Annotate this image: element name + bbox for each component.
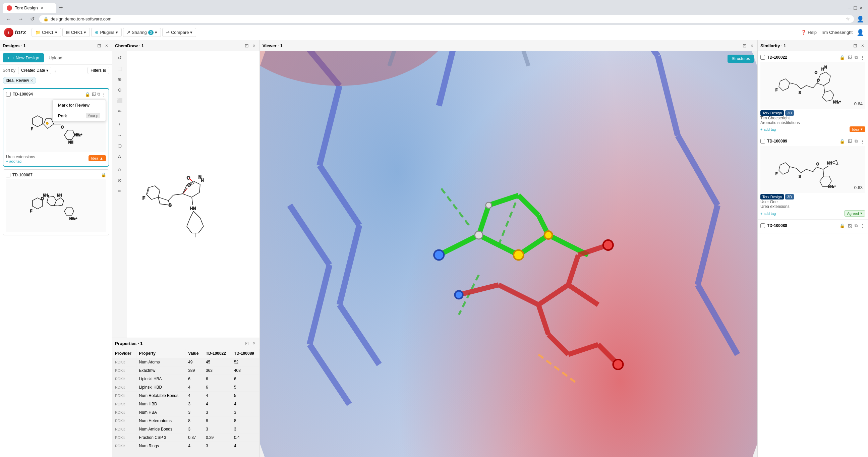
designs-panel-close-btn[interactable]: ×	[104, 42, 109, 49]
sim-checkbox-td100022[interactable]	[761, 55, 765, 60]
sim-img-btn-td100022[interactable]: 🖼	[847, 54, 852, 61]
chk1-folder-btn[interactable]: 📁 CHK1 ▾	[32, 28, 61, 37]
sharing-btn[interactable]: ↗ Sharing 0 ▾	[123, 28, 161, 37]
bookmark-icon[interactable]: ☆	[846, 17, 850, 22]
tool-pencil[interactable]: ✏	[114, 106, 126, 116]
svg-line-175	[829, 176, 832, 181]
window-close-btn[interactable]: ×	[860, 5, 863, 11]
back-btn[interactable]: ←	[4, 16, 13, 23]
idea-badge-td100094[interactable]: Idea ▲	[89, 155, 106, 161]
lock-icon-btn2[interactable]: 🔒	[101, 172, 106, 177]
tool-template[interactable]: ≈	[114, 186, 126, 196]
sim-more-btn-td100022[interactable]: ⋮	[860, 54, 865, 61]
similarity-close-btn[interactable]: ×	[860, 42, 865, 49]
design-name-td100094: Urea extensions	[6, 155, 35, 159]
window-minimize-btn[interactable]: −	[848, 5, 851, 11]
sim-lock-btn-td100088[interactable]: 🔒	[839, 222, 845, 229]
sim-checkbox-td100088[interactable]	[761, 223, 765, 228]
tool-select[interactable]: ⬚	[114, 63, 126, 73]
chemdraw-panel-title: ChemDraw · 1	[115, 43, 242, 48]
viewer-canvas-container[interactable]: Structures	[260, 51, 757, 457]
new-design-btn[interactable]: + + New Design	[3, 53, 44, 62]
tool-ring[interactable]: ⬡	[114, 141, 126, 151]
design-checkbox-td100087[interactable]	[6, 173, 10, 177]
design-checkbox-td100094[interactable]	[6, 92, 11, 97]
sim-checkbox-td100089[interactable]	[761, 139, 765, 144]
svg-point-109	[603, 240, 613, 250]
add-tag-td100094[interactable]: + add tag	[6, 159, 35, 163]
tool-eraser[interactable]: ⬜	[114, 96, 126, 105]
tab-close-btn[interactable]: ×	[40, 5, 43, 11]
mark-for-review-item[interactable]: Mark for Review	[53, 100, 105, 110]
svg-line-26	[155, 186, 160, 190]
tool-zoom-in[interactable]: ⊕	[114, 74, 126, 84]
viewer-pop-btn[interactable]: ⊡	[741, 42, 748, 49]
sim-img-btn-td100088[interactable]: 🖼	[847, 222, 852, 229]
table-row: RDKit Num HBD 3 4 4	[112, 400, 259, 408]
td100089-cell: 0.4	[231, 433, 259, 442]
image-icon-btn[interactable]: 🖼	[92, 92, 96, 97]
chemdraw-close-btn[interactable]: ×	[251, 42, 257, 49]
sort-direction-icon[interactable]: ↓	[54, 68, 56, 73]
address-bar[interactable]: 🔒 design.demo.torx-software.com ☆	[39, 15, 854, 23]
filter-btn[interactable]: Filters ⊟	[88, 67, 109, 74]
upload-btn[interactable]: Upload	[46, 53, 64, 62]
tool-bond[interactable]: /	[114, 119, 126, 129]
svg-text:NH: NH	[57, 193, 62, 197]
value-cell: 0.37	[185, 433, 203, 442]
props-close-btn[interactable]: ×	[251, 340, 257, 347]
chk1-table-btn[interactable]: ⊞ CHK1 ▾	[62, 28, 90, 37]
park-item[interactable]: Park Your p	[53, 110, 105, 121]
new-tab-btn[interactable]: +	[56, 3, 66, 13]
chemdraw-canvas[interactable]: F S	[127, 51, 259, 338]
sim-more-btn-td100089[interactable]: ⋮	[860, 138, 865, 145]
sim-lock-btn-td100089[interactable]: 🔒	[839, 138, 845, 145]
table-icon: ⊞	[66, 30, 70, 35]
more-icon-btn[interactable]: ⋮	[101, 92, 106, 97]
tool-zoom-out[interactable]: ⊖	[114, 85, 126, 95]
help-btn[interactable]: ❓ Help	[801, 30, 817, 35]
sim-copy-btn-td100022[interactable]: ⧉	[854, 54, 858, 61]
lock-icon-btn[interactable]: 🔒	[85, 92, 90, 97]
tool-arrow[interactable]: →	[114, 130, 126, 140]
idea-badge-td100022-sim[interactable]: Idea ▾	[849, 126, 865, 132]
svg-text:F: F	[775, 88, 777, 92]
window-maximize-btn[interactable]: □	[854, 5, 857, 11]
sim-copy-btn-td100089[interactable]: ⧉	[854, 138, 858, 145]
tool-target[interactable]: ⊙	[114, 175, 126, 185]
reload-btn[interactable]: ↺	[28, 15, 36, 23]
td100022-cell: 3	[203, 442, 231, 450]
user-avatar-icon[interactable]: 👤	[857, 29, 864, 36]
plugins-btn[interactable]: ⊕ Plugins ▾	[91, 28, 122, 37]
torx-design-badge-td100089: Torx Design	[761, 194, 784, 200]
tool-lasso[interactable]: ↺	[114, 53, 126, 63]
compare-btn[interactable]: ⇌ Compare ▾	[162, 28, 196, 37]
tool-text-a[interactable]: A	[114, 152, 126, 162]
tool-chain[interactable]: ⎔	[114, 164, 126, 175]
forward-btn[interactable]: →	[16, 16, 26, 23]
chemdraw-pop-btn[interactable]: ⊡	[243, 42, 250, 49]
sim-add-tag-td100089[interactable]: + add tag	[761, 212, 776, 216]
sim-lock-btn-td100022[interactable]: 🔒	[839, 54, 845, 61]
sort-select[interactable]: Created Date ▾	[18, 67, 51, 74]
sim-more-btn-td100088[interactable]: ⋮	[860, 222, 865, 229]
viewer-close-btn[interactable]: ×	[749, 42, 755, 49]
svg-point-111	[434, 250, 444, 260]
tag-filter-close[interactable]: ×	[30, 78, 33, 83]
structures-btn[interactable]: Structures	[727, 55, 754, 63]
designs-panel-pop-btn[interactable]: ⊡	[96, 42, 102, 49]
folder-icon: 📁	[35, 30, 40, 35]
agreed-badge-td100089[interactable]: Agreed ▾	[844, 210, 865, 217]
table-row: RDKit Num HBA 3 3 3	[112, 408, 259, 417]
browser-tab[interactable]: Torx Design ×	[3, 3, 56, 13]
props-pop-btn[interactable]: ⊡	[243, 340, 250, 347]
svg-line-126	[789, 83, 796, 85]
sim-add-tag-td100022[interactable]: + add tag	[761, 127, 776, 131]
provider-cell: RDKit	[112, 375, 136, 383]
copy-icon-btn[interactable]: ⧉	[97, 92, 100, 97]
account-icon[interactable]: 👤	[857, 16, 864, 23]
sim-copy-btn-td100088[interactable]: ⧉	[854, 222, 858, 229]
similarity-pop-btn[interactable]: ⊡	[852, 42, 859, 49]
sim-img-btn-td100089[interactable]: 🖼	[847, 138, 852, 145]
tag-filter-badge[interactable]: Idea, Review ×	[3, 77, 36, 84]
